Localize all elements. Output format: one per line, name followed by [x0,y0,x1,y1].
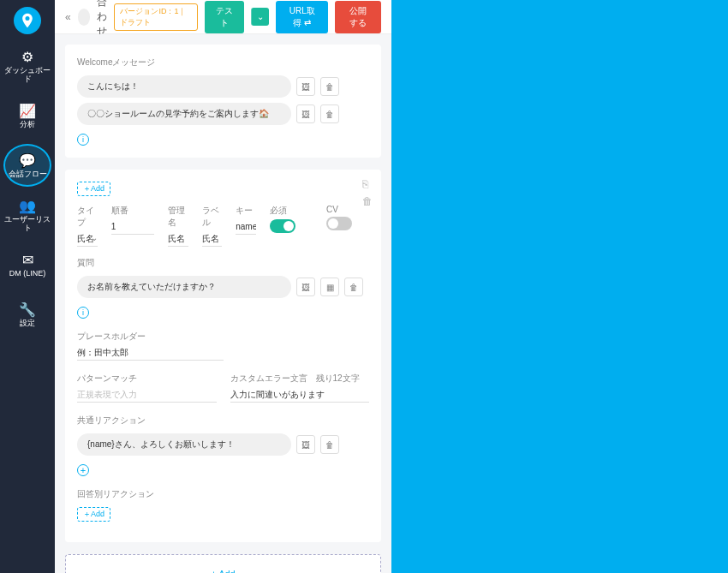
key-label: キー [236,205,256,217]
test-button[interactable]: テスト [205,1,244,33]
type-label: タイプ [77,205,98,229]
nav-users[interactable]: 👥ユーザーリスト [3,194,51,236]
delete-icon[interactable]: 🗑 [362,195,373,207]
nav-settings[interactable]: 🔧設定 [3,293,51,336]
image-icon[interactable]: 🖼 [296,435,315,454]
delete-icon[interactable]: 🗑 [320,77,339,96]
key-input[interactable] [236,219,256,235]
info-icon[interactable]: i [77,134,89,146]
welcome-label: Welcomeメッセージ [77,57,369,69]
test-dropdown[interactable]: ⌄ [251,8,269,26]
question-msg[interactable]: お名前を教えていただけますか？ [77,276,291,298]
image-icon[interactable]: 🖼 [296,278,315,296]
dashboard-icon: ⚙ [21,49,33,65]
bot-avatar [78,9,91,26]
info-icon[interactable]: i [77,307,89,319]
main-panel: « お問い合わせボット バージョンID：1｜ドラフト テスト ⌄ URL取得 ⇄… [55,0,391,573]
add-block-button[interactable]: + Add [65,554,381,573]
placeholder-input[interactable] [77,345,224,361]
nav-analytics[interactable]: 📈分析 [3,94,51,137]
display-label: ラベル [202,205,223,229]
decorative-area [391,0,728,573]
app-logo [14,7,41,34]
version-badge: バージョンID：1｜ドラフト [114,3,197,31]
delete-icon[interactable]: 🗑 [320,104,339,123]
reaction-label: 共通リアクション [77,415,369,427]
delete-icon[interactable]: 🗑 [344,278,363,296]
card-actions: ⎘ 🗑 [362,178,373,207]
order-input[interactable] [111,219,154,235]
header: « お問い合わせボット バージョンID：1｜ドラフト テスト ⌄ URL取得 ⇄… [55,0,391,34]
pattern-label: パターンマッチ [77,373,217,385]
collapse-icon[interactable]: « [65,11,71,23]
nav-dm[interactable]: ✉DM (LINE) [3,243,51,286]
image-icon[interactable]: 🖼 [296,104,315,123]
content-area: Welcomeメッセージ こんにちは！ 🖼 🗑 〇〇ショールームの見学予約をご案… [55,34,391,573]
copy-icon[interactable]: ⎘ [362,178,373,190]
message-icon: ✉ [22,252,33,268]
pattern-input[interactable] [77,387,217,403]
chart-icon: 📈 [19,103,36,119]
welcome-msg[interactable]: こんにちは！ [77,75,291,98]
admin-label: 管理名 [168,205,188,229]
question-label: 質問 [77,257,369,269]
add-condition[interactable]: ＋Add [77,182,110,196]
admin-input[interactable] [168,231,188,247]
cv-toggle[interactable] [326,217,352,230]
nav-flow[interactable]: 💬会話フロー [3,144,51,187]
wrench-icon: 🔧 [19,301,36,318]
nav-dashboard[interactable]: ⚙ダッシュボード [3,45,51,87]
display-input[interactable] [202,231,223,247]
delete-icon[interactable]: 🗑 [320,435,339,454]
welcome-msg[interactable]: 〇〇ショールームの見学予約をご案内します🏠 [77,103,291,125]
order-label: 順番 [111,205,154,217]
error-input[interactable] [230,387,370,403]
required-toggle[interactable] [270,219,295,233]
reaction-msg[interactable]: {name}さん、よろしくお願いします！ [77,433,291,456]
welcome-card: Welcomeメッセージ こんにちは！ 🖼 🗑 〇〇ショールームの見学予約をご案… [65,45,381,158]
publish-button[interactable]: 公開する [335,1,381,33]
image-icon[interactable]: 🖼 [296,77,315,96]
error-label: カスタムエラー文言 残り12文字 [230,373,370,385]
type-select[interactable]: 氏名 [77,231,98,247]
add-reaction-icon[interactable]: + [77,464,89,476]
answer-reaction-label: 回答別リアクション [77,488,369,500]
add-answer-reaction[interactable]: ＋Add [77,507,110,522]
users-icon: 👥 [19,198,36,214]
question-block-card: ⎘ 🗑 ＋Add タイプ氏名 順番 管理名 ラベル キー 必須 CV 質問 お名 [65,170,381,542]
required-label: 必須 [270,205,313,217]
carousel-icon[interactable]: ▦ [320,278,339,296]
placeholder-label: プレースホルダー [77,331,224,343]
sidebar: ⚙ダッシュボード 📈分析 💬会話フロー 👥ユーザーリスト ✉DM (LINE) … [0,0,55,573]
url-button[interactable]: URL取得 ⇄ [276,1,328,33]
chat-icon: 💬 [19,152,36,169]
